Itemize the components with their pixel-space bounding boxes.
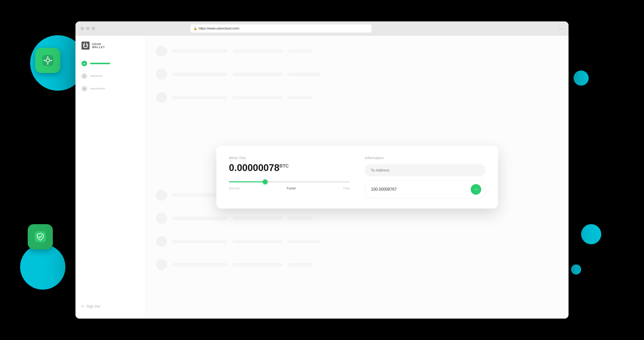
send-button[interactable]: → [471,184,481,195]
nav-bar-2 [90,75,103,77]
browser-menu-icon[interactable]: ⋯ [559,26,564,31]
info-label: Information [365,156,486,160]
traffic-light-minimize[interactable] [86,27,90,30]
slider-fill [229,181,265,182]
main-content: Miner Fee 0.00000078BTC Norma [146,36,569,319]
decoration-blob-br [581,224,601,244]
slider-thumb[interactable] [263,179,268,184]
svg-rect-7 [82,42,90,50]
slider-label-normal: Normal [229,186,239,190]
browser-content: UDUN WALLET ● ◎ ◈ ⎋ [75,36,569,319]
address-bar[interactable]: 🔒 https://www.uduncloud.com/ [190,24,372,32]
miner-fee-value: 0.00000078BTC [229,162,350,173]
nav-icon-3: ◈ [82,86,87,91]
nav-icon-active: ● [82,61,87,66]
amount-value: 100.00008767 [371,187,468,192]
url-text: https://www.uduncloud.com/ [199,26,239,30]
logo-text: UDUN WALLET [92,43,105,49]
send-arrow-icon: → [474,187,478,192]
browser-chrome: 🔒 https://www.uduncloud.com/ ⋯ [75,21,569,36]
svg-rect-2 [47,56,48,58]
miner-fee-label: Miner Fee [229,156,350,160]
logo-line1: UDUN [92,43,105,46]
slider-label-faster: Faster [287,186,296,190]
sidebar: UDUN WALLET ● ◎ ◈ ⎋ [75,36,146,319]
traffic-light-maximize[interactable] [92,27,95,30]
logo-icon [82,42,90,50]
sign-out-label: Sign Out [87,304,100,308]
svg-rect-4 [44,60,45,61]
logo: UDUN WALLET [75,42,146,57]
to-address-input[interactable] [365,164,486,176]
app-icon-gear [35,48,60,73]
amount-row: 100.00008767 → [365,180,486,198]
miner-fee-section: Miner Fee 0.00000078BTC Norma [229,156,350,198]
modal-overlay: Miner Fee 0.00000078BTC Norma [146,36,569,319]
miner-fee-number: 0.00000078 [229,162,279,173]
traffic-lights [80,27,95,30]
sidebar-spacer [75,95,146,300]
lock-icon: 🔒 [193,27,197,30]
svg-rect-3 [47,63,48,65]
nav-bar-3 [90,88,105,89]
sidebar-item-active[interactable]: ● [75,57,146,70]
slider-track [229,181,350,182]
decoration-blob-br2 [571,264,581,275]
traffic-light-close[interactable] [80,27,84,30]
slider-label-fast: Fast [343,186,350,190]
miner-fee-currency: BTC [279,163,289,168]
sign-out-button[interactable]: ⎋ Sign Out [75,300,146,313]
nav-icon-2: ◎ [82,73,87,79]
decoration-blob-tr [574,71,589,86]
signout-icon: ⎋ [82,304,84,309]
fee-slider[interactable] [229,181,350,182]
svg-rect-5 [50,60,52,61]
sidebar-item-3[interactable]: ◈ [75,82,146,95]
information-section: Information 100.00008767 → [365,156,486,198]
nav-bar-active [90,63,110,64]
browser-window: 🔒 https://www.uduncloud.com/ ⋯ UDUN WALL… [75,21,569,319]
app-icon-shield [28,224,53,249]
decoration-blob-bl [20,244,65,290]
sidebar-item-2[interactable]: ◎ [75,70,146,82]
transaction-modal: Miner Fee 0.00000078BTC Norma [216,146,498,209]
logo-line2: WALLET [92,46,105,49]
slider-labels: Normal Faster Fast [229,186,350,190]
